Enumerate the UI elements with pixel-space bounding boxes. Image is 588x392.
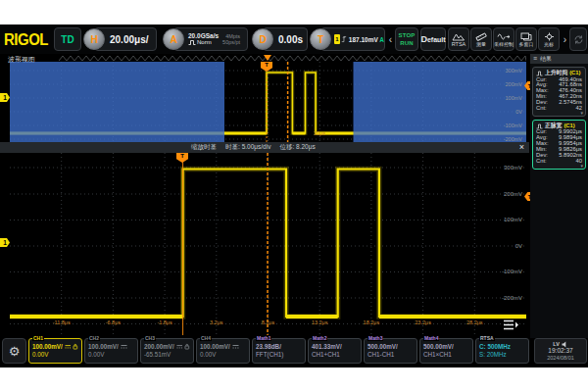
trigger-knob[interactable]: T (310, 28, 331, 50)
channel-box-math4[interactable]: Math4500.00mV/CH1×CH1 (419, 338, 473, 364)
overview-window: 300mV200mV100mV0V-100mV-200mV T 20μs (10, 62, 526, 142)
acquire-mode: Norm (197, 39, 212, 46)
windows-icon (520, 32, 532, 41)
channel-scale: 100.00mV/ (32, 343, 78, 352)
ruler-icon (474, 32, 488, 41)
main-y-label: -100mV (502, 269, 522, 274)
measure-button[interactable]: 测量 (470, 27, 492, 51)
zoom-timebase: 时基: 5.00μs/div (225, 143, 270, 152)
overview-waveform (10, 62, 526, 142)
toolbar-next-chevron[interactable]: › (562, 27, 568, 51)
overview-y-label: 300mV (506, 68, 522, 74)
channel-tab: Math2 (312, 336, 327, 341)
channel-scale: 23.98dB/ (256, 343, 302, 352)
stop-label: STOP (398, 32, 415, 39)
channel-scale: 100.00mV/ (88, 343, 134, 352)
channel-tab: Math3 (368, 336, 383, 341)
channel-offset: 0.00V (88, 351, 134, 360)
main-x-label: -1.8μs (152, 319, 177, 325)
dc-coupling-icon (232, 344, 239, 350)
channel-scale: 500.00mV/ (423, 343, 469, 352)
main-y-label: -200mV (502, 295, 522, 301)
channel-box-math3[interactable]: Math3500.00mV/CH1-CH1 (364, 338, 417, 364)
multi-window-button[interactable]: 多窗口 (515, 27, 537, 51)
zoom-timebase-bar: 缩放时基 时基: 5.00μs/div 位移: 8.20μs × (0, 142, 529, 153)
main-x-label: 8.2μs (256, 319, 281, 325)
channel-offset: CH1+CH1 (312, 351, 358, 360)
main-x-label: 3.2μs (204, 319, 229, 325)
channel-tab: Math4 (423, 336, 439, 341)
settings-button[interactable]: ⚙ (2, 338, 26, 364)
sample-control-button[interactable]: 采样控制 (493, 27, 514, 51)
main-y-label: 300mV (504, 165, 522, 171)
main-x-label: 28.2μs (462, 319, 487, 325)
screenshot-stage: RIGOL TD H 20.00μs/ A 20.0GSa/s Norm 4Mp… (0, 0, 588, 392)
channel-box-ch1[interactable]: CH1100.00mV/0.00V (28, 338, 82, 364)
main-y-label: 100mV (504, 217, 522, 222)
channel-bar: ⚙ CH1100.00mV/0.00VCH2100.00mV/0.00VCH32… (0, 338, 588, 368)
measurement-row: Cnt:40 (536, 159, 582, 165)
channel-tab: Math1 (256, 336, 271, 341)
trigger-sweep-flag: A (379, 36, 384, 43)
acquire-knob[interactable]: A (163, 28, 184, 50)
acquire-panel[interactable]: 20.0GSa/s Norm 4Mpts 50ps/pt (173, 27, 248, 51)
trigger-position-triangle[interactable] (264, 55, 271, 61)
channel-offset: -65.51mV (144, 351, 190, 360)
multi-window-label: 多窗口 (519, 42, 534, 47)
channel-box-ch2[interactable]: CH2100.00mV/0.00V (84, 338, 138, 364)
rtsa-label: RTSA (452, 42, 466, 47)
channel-box-math2[interactable]: Math2401.33mV/CH1+CH1 (308, 338, 362, 364)
main-x-label: 13.2μs (307, 319, 332, 325)
trigger-source-badge: 1 (334, 34, 340, 44)
measurement-row: Cnt:42 (536, 106, 582, 112)
close-icon[interactable]: × (519, 142, 524, 153)
channel-offset: CH1×CH1 (423, 351, 469, 360)
main-x-label: 18.2μs (359, 319, 384, 325)
cursor-icon (544, 32, 555, 41)
channel-box-ch4[interactable]: CH4100.00mV/0.00V (196, 338, 250, 364)
circular-arrows-icon (573, 34, 584, 45)
main-waveform (10, 153, 526, 335)
main-x-label: -6.8μs (100, 319, 125, 325)
channel-tab: CH4 (200, 336, 212, 341)
overview-y-label: 200mV (506, 81, 522, 87)
channel-offset: S: 20MHz (479, 351, 525, 360)
run-label: RUN (400, 40, 414, 47)
overview-channel1-marker[interactable]: 1 (0, 93, 10, 102)
cursor-label: 光标 (544, 42, 554, 47)
main-x-label: 23.2μs (411, 319, 436, 325)
quick-menu-icon[interactable] (502, 318, 519, 331)
measurement-card[interactable]: 上升时间(C1)Cur:469.40nsAvg:471.68nsMax:476.… (532, 67, 586, 117)
clock-box[interactable]: LV 19:02:37 2024/08/01 (534, 338, 587, 364)
channel-offset: 0.00V (32, 351, 78, 360)
channel-scale: 500.00mV/ (368, 343, 414, 352)
default-button[interactable]: Default (420, 27, 446, 51)
rtsa-button[interactable]: RTSA (448, 27, 469, 51)
main-channel1-marker[interactable]: 1 (0, 238, 10, 247)
toolbar-prev-chevron[interactable]: ‹ (387, 27, 394, 51)
waveform-arrow-icon (497, 32, 511, 41)
sample-rate: 20.0GSa/s (188, 32, 219, 39)
dc-coupling-icon (121, 344, 127, 350)
channel-box-ch3[interactable]: CH3200.00mV/-65.51mV (140, 338, 194, 364)
delay-knob[interactable]: D (252, 28, 273, 50)
horizontal-knob[interactable]: H (83, 28, 105, 50)
channel-box-math1[interactable]: Math123.98dB/FFT(CH1) (252, 338, 306, 364)
run-stop-button[interactable]: STOP RUN (395, 27, 418, 51)
channel-tab: CH3 (144, 336, 156, 341)
sample-rate-group: 20.0GSa/s Norm (188, 32, 219, 46)
time-resolution: 50ps/pt (222, 39, 240, 46)
channel-offset: CH1-CH1 (368, 351, 414, 360)
zoom-bar-title: 缩放时基 (191, 143, 217, 152)
channel-box-rtsa[interactable]: RTSAC: 500MHzS: 20MHz (475, 338, 529, 364)
measurement-icon (536, 71, 543, 76)
measurement-card[interactable]: 正脉宽(C1)Cur:9.9902μsAvg:9.9894μsMax:9.995… (532, 120, 586, 170)
refresh-button[interactable] (569, 27, 587, 51)
overview-y-label: 0V (515, 109, 522, 115)
overview-y-label: -100mV (504, 122, 522, 128)
hamburger-icon[interactable]: ≡ (533, 55, 537, 63)
results-sidebar: ≡ 结果 上升时间(C1)Cur:469.40nsAvg:471.68nsMax… (530, 54, 588, 338)
trigger-mode-badge[interactable]: TD (54, 27, 81, 51)
cursor-button[interactable]: 光标 (538, 27, 560, 51)
zoom-window: 300mV200mV100mV0V-100mV-200mV-11.8μs-6.8… (10, 153, 526, 335)
